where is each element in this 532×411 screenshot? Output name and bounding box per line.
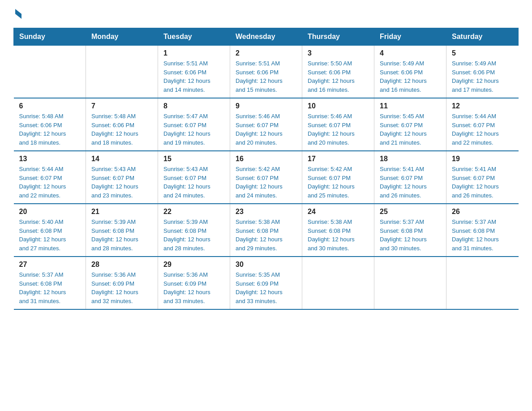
day-number: 22 (163, 208, 224, 216)
header-day-wednesday: Wednesday (230, 28, 302, 46)
calendar-cell: 21Sunrise: 5:39 AM Sunset: 6:08 PM Dayli… (86, 204, 158, 257)
week-row-4: 27Sunrise: 5:37 AM Sunset: 6:08 PM Dayli… (14, 257, 519, 309)
day-info: Sunrise: 5:38 AM Sunset: 6:08 PM Dayligh… (308, 218, 369, 253)
day-info: Sunrise: 5:37 AM Sunset: 6:08 PM Dayligh… (19, 270, 81, 305)
day-info: Sunrise: 5:43 AM Sunset: 6:07 PM Dayligh… (163, 165, 224, 200)
day-number: 11 (380, 102, 441, 110)
day-number: 23 (236, 208, 296, 216)
day-number: 19 (452, 155, 513, 163)
day-info: Sunrise: 5:36 AM Sunset: 6:09 PM Dayligh… (91, 270, 152, 305)
header-day-sunday: Sunday (14, 28, 86, 46)
page-header (13, 9, 519, 19)
calendar-cell: 8Sunrise: 5:47 AM Sunset: 6:07 PM Daylig… (158, 98, 230, 151)
day-info: Sunrise: 5:37 AM Sunset: 6:08 PM Dayligh… (380, 218, 441, 253)
calendar-cell: 20Sunrise: 5:40 AM Sunset: 6:08 PM Dayli… (14, 204, 86, 257)
day-info: Sunrise: 5:39 AM Sunset: 6:08 PM Dayligh… (91, 218, 152, 253)
day-number: 24 (308, 208, 369, 216)
day-number: 29 (163, 261, 224, 269)
day-info: Sunrise: 5:44 AM Sunset: 6:07 PM Dayligh… (452, 112, 513, 147)
day-info: Sunrise: 5:38 AM Sunset: 6:08 PM Dayligh… (236, 218, 296, 253)
calendar-cell: 17Sunrise: 5:42 AM Sunset: 6:07 PM Dayli… (302, 151, 374, 204)
calendar-cell: 15Sunrise: 5:43 AM Sunset: 6:07 PM Dayli… (158, 151, 230, 204)
calendar-cell: 4Sunrise: 5:49 AM Sunset: 6:06 PM Daylig… (374, 46, 446, 98)
day-number: 12 (452, 102, 513, 110)
day-info: Sunrise: 5:49 AM Sunset: 6:06 PM Dayligh… (452, 59, 513, 94)
calendar-cell (302, 257, 374, 309)
header-day-saturday: Saturday (446, 28, 519, 46)
calendar-cell: 22Sunrise: 5:39 AM Sunset: 6:08 PM Dayli… (158, 204, 230, 257)
day-number: 2 (236, 49, 296, 57)
calendar-cell: 12Sunrise: 5:44 AM Sunset: 6:07 PM Dayli… (446, 98, 519, 151)
calendar-cell: 16Sunrise: 5:42 AM Sunset: 6:07 PM Dayli… (230, 151, 302, 204)
header-day-tuesday: Tuesday (158, 28, 230, 46)
day-info: Sunrise: 5:48 AM Sunset: 6:06 PM Dayligh… (91, 112, 152, 147)
day-info: Sunrise: 5:42 AM Sunset: 6:07 PM Dayligh… (236, 165, 296, 200)
calendar-cell: 14Sunrise: 5:43 AM Sunset: 6:07 PM Dayli… (86, 151, 158, 204)
day-info: Sunrise: 5:40 AM Sunset: 6:08 PM Dayligh… (19, 218, 81, 253)
day-number: 17 (308, 155, 369, 163)
calendar-cell: 18Sunrise: 5:41 AM Sunset: 6:07 PM Dayli… (374, 151, 446, 204)
calendar-cell: 13Sunrise: 5:44 AM Sunset: 6:07 PM Dayli… (14, 151, 86, 204)
day-info: Sunrise: 5:44 AM Sunset: 6:07 PM Dayligh… (19, 165, 81, 200)
day-info: Sunrise: 5:37 AM Sunset: 6:08 PM Dayligh… (452, 218, 513, 253)
calendar-cell: 26Sunrise: 5:37 AM Sunset: 6:08 PM Dayli… (446, 204, 519, 257)
calendar-cell: 28Sunrise: 5:36 AM Sunset: 6:09 PM Dayli… (86, 257, 158, 309)
calendar-cell (446, 257, 519, 309)
calendar-cell: 11Sunrise: 5:45 AM Sunset: 6:07 PM Dayli… (374, 98, 446, 151)
day-info: Sunrise: 5:50 AM Sunset: 6:06 PM Dayligh… (308, 59, 369, 94)
day-info: Sunrise: 5:51 AM Sunset: 6:06 PM Dayligh… (236, 59, 296, 94)
day-number: 28 (91, 261, 152, 269)
calendar-cell: 3Sunrise: 5:50 AM Sunset: 6:06 PM Daylig… (302, 46, 374, 98)
day-info: Sunrise: 5:49 AM Sunset: 6:06 PM Dayligh… (380, 59, 441, 94)
day-number: 25 (380, 208, 441, 216)
day-number: 13 (19, 155, 81, 163)
day-info: Sunrise: 5:47 AM Sunset: 6:07 PM Dayligh… (163, 112, 224, 147)
calendar-cell: 19Sunrise: 5:41 AM Sunset: 6:07 PM Dayli… (446, 151, 519, 204)
day-number: 20 (19, 208, 81, 216)
calendar-cell: 6Sunrise: 5:48 AM Sunset: 6:06 PM Daylig… (14, 98, 86, 151)
calendar-cell: 27Sunrise: 5:37 AM Sunset: 6:08 PM Dayli… (14, 257, 86, 309)
header-day-friday: Friday (374, 28, 446, 46)
calendar-cell: 29Sunrise: 5:36 AM Sunset: 6:09 PM Dayli… (158, 257, 230, 309)
day-number: 9 (236, 102, 296, 110)
day-number: 1 (163, 49, 224, 57)
day-number: 8 (163, 102, 224, 110)
logo (13, 9, 21, 19)
day-info: Sunrise: 5:43 AM Sunset: 6:07 PM Dayligh… (91, 165, 152, 200)
day-number: 16 (236, 155, 296, 163)
calendar-cell (86, 46, 158, 98)
day-info: Sunrise: 5:48 AM Sunset: 6:06 PM Dayligh… (19, 112, 81, 147)
day-info: Sunrise: 5:42 AM Sunset: 6:07 PM Dayligh… (308, 165, 369, 200)
day-info: Sunrise: 5:46 AM Sunset: 6:07 PM Dayligh… (236, 112, 296, 147)
week-row-2: 13Sunrise: 5:44 AM Sunset: 6:07 PM Dayli… (14, 151, 519, 204)
day-info: Sunrise: 5:41 AM Sunset: 6:07 PM Dayligh… (380, 165, 441, 200)
day-number: 18 (380, 155, 441, 163)
calendar-cell: 9Sunrise: 5:46 AM Sunset: 6:07 PM Daylig… (230, 98, 302, 151)
header-day-monday: Monday (86, 28, 158, 46)
day-info: Sunrise: 5:36 AM Sunset: 6:09 PM Dayligh… (163, 270, 224, 305)
day-info: Sunrise: 5:41 AM Sunset: 6:07 PM Dayligh… (452, 165, 513, 200)
calendar-cell: 24Sunrise: 5:38 AM Sunset: 6:08 PM Dayli… (302, 204, 374, 257)
day-number: 6 (19, 102, 81, 110)
day-number: 26 (452, 208, 513, 216)
calendar-cell: 7Sunrise: 5:48 AM Sunset: 6:06 PM Daylig… (86, 98, 158, 151)
calendar-cell (14, 46, 86, 98)
calendar-cell: 25Sunrise: 5:37 AM Sunset: 6:08 PM Dayli… (374, 204, 446, 257)
calendar-table: SundayMondayTuesdayWednesdayThursdayFrid… (13, 28, 519, 310)
header-row: SundayMondayTuesdayWednesdayThursdayFrid… (14, 28, 519, 46)
calendar-cell (374, 257, 446, 309)
day-info: Sunrise: 5:45 AM Sunset: 6:07 PM Dayligh… (380, 112, 441, 147)
week-row-0: 1Sunrise: 5:51 AM Sunset: 6:06 PM Daylig… (14, 46, 519, 98)
day-number: 30 (236, 261, 296, 269)
day-number: 3 (308, 49, 369, 57)
header-day-thursday: Thursday (302, 28, 374, 46)
calendar-cell: 10Sunrise: 5:46 AM Sunset: 6:07 PM Dayli… (302, 98, 374, 151)
calendar-cell: 2Sunrise: 5:51 AM Sunset: 6:06 PM Daylig… (230, 46, 302, 98)
calendar-cell: 30Sunrise: 5:35 AM Sunset: 6:09 PM Dayli… (230, 257, 302, 309)
day-number: 7 (91, 102, 152, 110)
day-number: 21 (91, 208, 152, 216)
day-info: Sunrise: 5:39 AM Sunset: 6:08 PM Dayligh… (163, 218, 224, 253)
day-number: 4 (380, 49, 441, 57)
day-number: 14 (91, 155, 152, 163)
calendar-cell: 23Sunrise: 5:38 AM Sunset: 6:08 PM Dayli… (230, 204, 302, 257)
